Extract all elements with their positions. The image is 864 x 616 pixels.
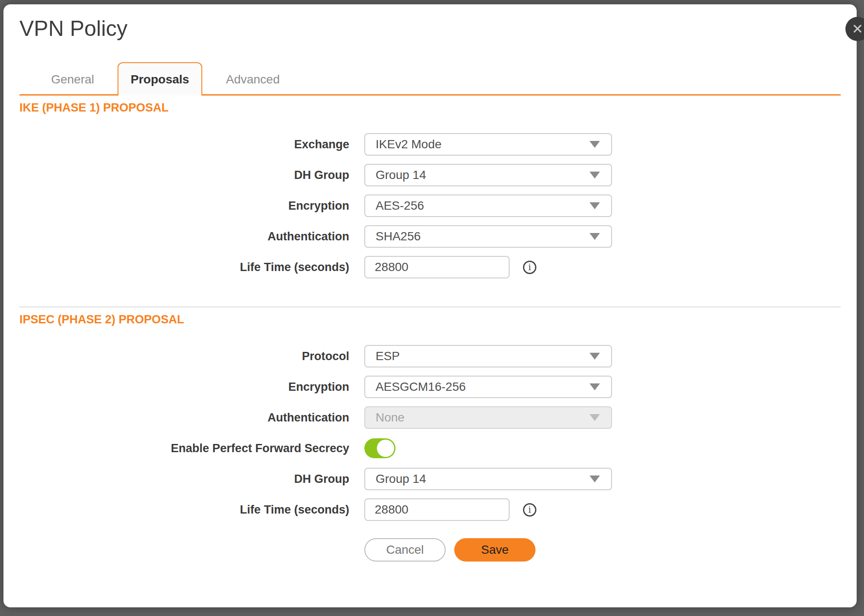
- ike-authentication-label: Authentication: [19, 230, 349, 243]
- ipsec-authentication-label: Authentication: [19, 411, 349, 424]
- ike-authentication-row: Authentication SHA256: [19, 225, 841, 248]
- ike-dh-group-select[interactable]: Group 14: [364, 164, 612, 186]
- section-divider: [19, 306, 841, 307]
- ipsec-life-time-input[interactable]: [364, 498, 510, 521]
- tab-proposals[interactable]: Proposals: [118, 62, 202, 96]
- info-icon[interactable]: i: [523, 503, 536, 517]
- save-button[interactable]: Save: [454, 538, 536, 562]
- chevron-down-icon: [590, 414, 600, 421]
- chevron-down-icon: [590, 353, 600, 360]
- ike-dh-group-row: DH Group Group 14: [19, 164, 841, 186]
- tab-advanced[interactable]: Advanced: [210, 64, 295, 96]
- ipsec-authentication-row: Authentication None: [19, 406, 841, 429]
- protocol-label: Protocol: [19, 350, 349, 363]
- pfs-label: Enable Perfect Forward Secrecy: [19, 442, 349, 455]
- chevron-down-icon: [590, 233, 600, 240]
- ipsec-encryption-label: Encryption: [19, 380, 349, 394]
- tab-general[interactable]: General: [30, 64, 115, 96]
- ipsec-authentication-value: None: [376, 411, 405, 424]
- ike-dh-group-label: DH Group: [19, 169, 349, 182]
- chevron-down-icon: [590, 202, 600, 209]
- ike-encryption-label: Encryption: [19, 199, 349, 213]
- ike-encryption-value: AES-256: [376, 199, 424, 213]
- chevron-down-icon: [590, 383, 600, 390]
- ipsec-phase2-heading: IPSEC (PHASE 2) PROPOSAL: [19, 313, 841, 326]
- protocol-row: Protocol ESP: [19, 345, 841, 367]
- pfs-toggle[interactable]: [364, 438, 395, 458]
- ipsec-dh-group-label: DH Group: [19, 472, 349, 486]
- vpn-policy-dialog: VPN Policy General Proposals Advanced IK…: [3, 4, 857, 607]
- page-title: VPN Policy: [19, 15, 841, 42]
- toggle-knob: [377, 440, 394, 457]
- ipsec-dh-group-select[interactable]: Group 14: [364, 468, 612, 490]
- ipsec-encryption-select[interactable]: AESGCM16-256: [364, 376, 612, 398]
- ipsec-dh-group-row: DH Group Group 14: [19, 468, 841, 490]
- chevron-down-icon: [590, 172, 600, 179]
- ike-life-time-input[interactable]: [364, 256, 510, 278]
- info-icon[interactable]: i: [523, 261, 536, 274]
- ipsec-encryption-row: Encryption AESGCM16-256: [19, 376, 841, 398]
- exchange-select[interactable]: IKEv2 Mode: [364, 133, 612, 156]
- exchange-row: Exchange IKEv2 Mode: [19, 133, 841, 156]
- ike-authentication-value: SHA256: [376, 230, 421, 243]
- ike-life-time-label: Life Time (seconds): [19, 261, 349, 274]
- ike-encryption-row: Encryption AES-256: [19, 195, 841, 217]
- exchange-value: IKEv2 Mode: [376, 137, 442, 151]
- ike-life-time-row: Life Time (seconds) i: [19, 256, 841, 278]
- protocol-value: ESP: [376, 349, 400, 363]
- ipsec-life-time-row: Life Time (seconds) i: [19, 498, 841, 521]
- ike-encryption-select[interactable]: AES-256: [364, 195, 612, 217]
- cancel-button[interactable]: Cancel: [364, 538, 446, 562]
- ike-phase1-heading: IKE (PHASE 1) PROPOSAL: [19, 101, 841, 115]
- ipsec-authentication-select: None: [364, 406, 612, 429]
- chevron-down-icon: [590, 141, 600, 148]
- chevron-down-icon: [590, 476, 600, 482]
- pfs-row: Enable Perfect Forward Secrecy: [19, 437, 841, 460]
- ike-authentication-select[interactable]: SHA256: [364, 225, 612, 248]
- protocol-select[interactable]: ESP: [364, 345, 612, 367]
- ipsec-encryption-value: AESGCM16-256: [376, 380, 466, 394]
- ike-dh-group-value: Group 14: [376, 168, 426, 182]
- ipsec-life-time-label: Life Time (seconds): [19, 503, 349, 517]
- tab-bar: General Proposals Advanced: [19, 62, 841, 96]
- ipsec-dh-group-value: Group 14: [376, 472, 426, 486]
- action-buttons: Cancel Save: [364, 538, 841, 562]
- exchange-label: Exchange: [19, 138, 349, 151]
- close-icon: ✕: [852, 21, 864, 37]
